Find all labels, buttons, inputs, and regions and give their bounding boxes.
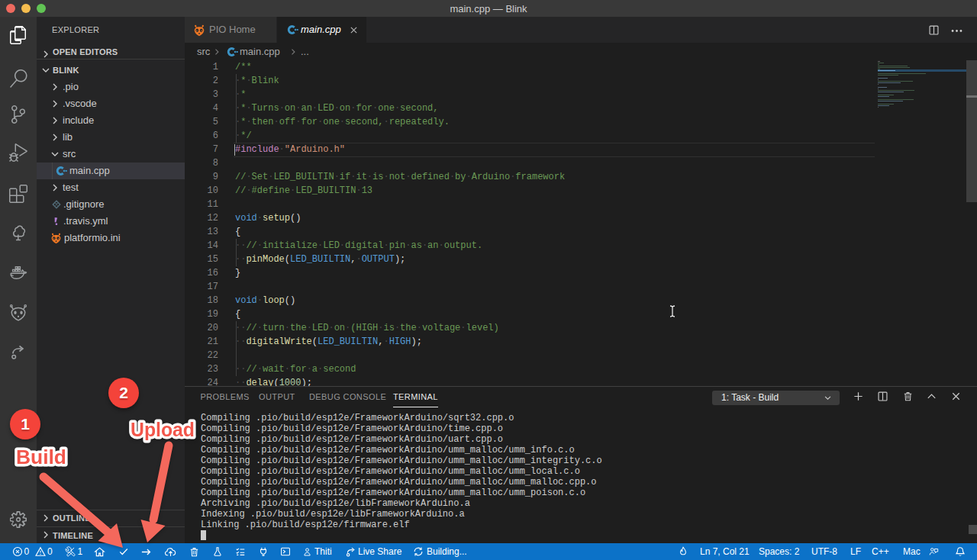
svg-text:Build: Build: [16, 446, 66, 468]
svg-text:Upload: Upload: [131, 418, 195, 441]
